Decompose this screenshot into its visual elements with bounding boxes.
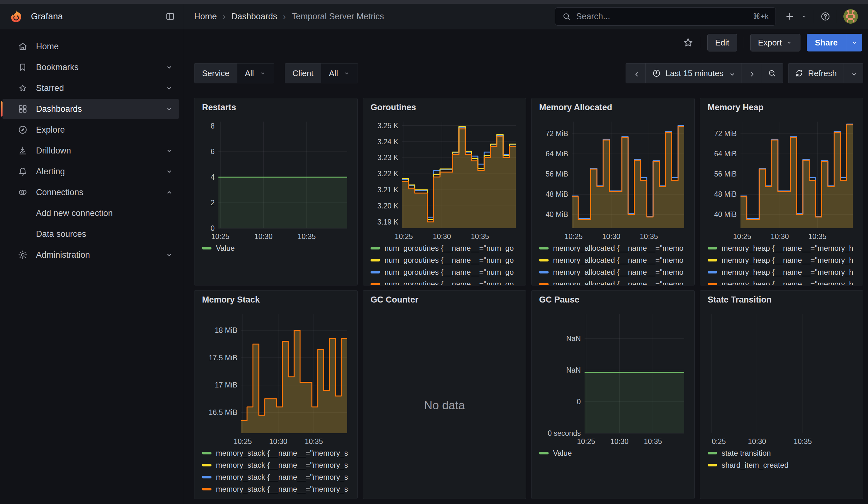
legend-item[interactable]: memory_heap {__name__="memory_h bbox=[707, 266, 855, 278]
chevron-down-icon[interactable] bbox=[165, 104, 174, 113]
sidebar-item-home[interactable]: Home bbox=[2, 36, 179, 56]
search-box[interactable]: ⌘+k bbox=[555, 7, 776, 25]
legend-item[interactable]: Value bbox=[539, 447, 687, 459]
svg-text:18 MiB: 18 MiB bbox=[215, 326, 237, 335]
service-filter-selected: All bbox=[245, 69, 254, 78]
breadcrumb: Home › Dashboards › Temporal Server Metr… bbox=[194, 11, 384, 22]
legend-item[interactable]: num_goroutines {__name__="num_go bbox=[371, 278, 518, 286]
svg-text:17 MiB: 17 MiB bbox=[215, 381, 237, 389]
panel-title[interactable]: GC Pause bbox=[539, 295, 687, 309]
legend-item[interactable]: memory_stack {__name__="memory_s bbox=[202, 459, 350, 471]
legend-item[interactable]: memory_heap {__name__="memory_h bbox=[707, 278, 855, 286]
new-item-chevron-icon[interactable] bbox=[801, 13, 807, 20]
search-input[interactable] bbox=[576, 12, 748, 21]
sidebar-item-icon bbox=[18, 125, 28, 135]
chevron-down-icon[interactable] bbox=[165, 167, 174, 176]
refresh-button[interactable]: Refresh bbox=[788, 63, 843, 83]
sidebar-item-administration[interactable]: Administration bbox=[2, 245, 179, 265]
legend-swatch bbox=[371, 259, 380, 261]
svg-text:0 seconds: 0 seconds bbox=[548, 429, 581, 438]
sidebar-item-bookmarks[interactable]: Bookmarks bbox=[2, 57, 179, 78]
share-chevron-button[interactable] bbox=[846, 34, 862, 51]
svg-text:10:35: 10:35 bbox=[471, 233, 489, 240]
svg-text:10:35: 10:35 bbox=[640, 233, 658, 240]
time-range-picker[interactable]: Last 15 minutes bbox=[645, 63, 741, 83]
legend-item[interactable]: memory_allocated {__name__="memo bbox=[539, 278, 687, 286]
avatar[interactable] bbox=[844, 9, 858, 24]
panel-chart: 3.19 K3.20 K3.21 K3.22 K3.23 K3.24 K3.25… bbox=[371, 117, 519, 242]
sidebar-item-icon bbox=[18, 146, 28, 156]
panel-legend: memory_stack {__name__="memory_smemory_s… bbox=[202, 447, 350, 495]
chevron-down-icon[interactable] bbox=[165, 250, 174, 259]
breadcrumb-dashboards[interactable]: Dashboards bbox=[231, 12, 277, 21]
legend-item[interactable]: memory_allocated {__name__="memo bbox=[539, 242, 687, 254]
time-shift-forward-button[interactable] bbox=[741, 63, 761, 83]
legend-item[interactable]: state transition bbox=[707, 447, 855, 459]
sidebar-item-dashboards[interactable]: Dashboards bbox=[2, 99, 179, 119]
sidebar-item-add-new-connection[interactable]: Add new connection bbox=[2, 203, 179, 223]
panel-title[interactable]: GC Counter bbox=[371, 295, 518, 309]
edit-button[interactable]: Edit bbox=[707, 34, 737, 51]
service-filter-value[interactable]: All bbox=[237, 63, 273, 83]
svg-text:72 MiB: 72 MiB bbox=[545, 130, 568, 138]
chevron-down-icon[interactable] bbox=[165, 63, 174, 72]
panel-title[interactable]: Goroutines bbox=[371, 103, 518, 117]
export-button[interactable]: Export bbox=[750, 34, 800, 51]
sidebar-item-starred[interactable]: Starred bbox=[2, 78, 179, 98]
sidebar-item-icon bbox=[18, 62, 28, 72]
panel-title[interactable]: Restarts bbox=[202, 103, 350, 117]
chevron-down-icon[interactable] bbox=[165, 84, 174, 93]
favorite-star-icon[interactable] bbox=[682, 36, 694, 49]
svg-text:10:30: 10:30 bbox=[610, 438, 629, 445]
sidebar-item-explore[interactable]: Explore bbox=[2, 120, 179, 140]
legend-item[interactable]: memory_stack {__name__="memory_s bbox=[202, 447, 350, 459]
sidebar-item-connections[interactable]: Connections bbox=[2, 182, 179, 203]
legend-item[interactable]: num_goroutines {__name__="num_go bbox=[371, 266, 518, 278]
panel-title[interactable]: Memory Heap bbox=[707, 103, 855, 117]
legend-swatch bbox=[202, 464, 211, 466]
svg-text:10:30: 10:30 bbox=[255, 233, 273, 240]
refresh-interval-button[interactable] bbox=[843, 63, 863, 83]
help-icon[interactable] bbox=[820, 11, 830, 21]
legend-item[interactable]: memory_heap {__name__="memory_h bbox=[707, 242, 855, 254]
time-shift-back-button[interactable] bbox=[626, 63, 645, 83]
svg-text:40 MiB: 40 MiB bbox=[545, 210, 568, 218]
new-item-button[interactable] bbox=[785, 11, 795, 21]
svg-text:56 MiB: 56 MiB bbox=[714, 170, 737, 178]
legend-item[interactable]: memory_allocated {__name__="memo bbox=[539, 266, 687, 278]
share-button[interactable]: Share bbox=[807, 34, 846, 51]
sidebar-item-label: Administration bbox=[36, 250, 90, 260]
breadcrumb-separator-icon: › bbox=[223, 11, 226, 22]
svg-text:10:30: 10:30 bbox=[771, 233, 789, 240]
legend-item[interactable]: memory_stack {__name__="memory_s bbox=[202, 483, 350, 495]
dashboard-panels: Restarts 0246810:2510:3010:35 Value Goro… bbox=[194, 98, 863, 499]
legend-item[interactable]: memory_heap {__name__="memory_h bbox=[707, 254, 855, 266]
legend-swatch bbox=[539, 283, 549, 286]
panel-title[interactable]: Memory Stack bbox=[202, 295, 350, 309]
svg-text:10:25: 10:25 bbox=[577, 438, 595, 445]
legend-label: memory_heap {__name__="memory_h bbox=[722, 256, 853, 265]
search-shortcut-hint: ⌘+k bbox=[753, 12, 768, 21]
svg-text:10:25: 10:25 bbox=[565, 233, 583, 240]
breadcrumb-home[interactable]: Home bbox=[194, 12, 217, 21]
legend-item[interactable]: Value bbox=[202, 242, 350, 254]
sidebar-toggle-icon[interactable] bbox=[165, 11, 175, 22]
sidebar-item-data-sources[interactable]: Data sources bbox=[2, 224, 179, 244]
panel-chart: 40 MiB48 MiB56 MiB64 MiB72 MiB10:2510:30… bbox=[707, 117, 856, 242]
panel-title[interactable]: State Transition bbox=[707, 295, 855, 309]
chevron-down-icon[interactable] bbox=[165, 146, 174, 155]
sidebar-item-drilldown[interactable]: Drilldown bbox=[2, 141, 179, 161]
panel-legend: Value bbox=[539, 447, 687, 459]
legend-item[interactable]: num_goroutines {__name__="num_go bbox=[371, 242, 518, 254]
legend-item[interactable]: num_goroutines {__name__="num_go bbox=[371, 254, 518, 266]
legend-item[interactable]: memory_allocated {__name__="memo bbox=[539, 254, 687, 266]
zoom-out-button[interactable] bbox=[761, 63, 783, 83]
sidebar-item-label: Add new connection bbox=[36, 208, 113, 218]
panel-title[interactable]: Memory Allocated bbox=[539, 103, 687, 117]
client-filter-value[interactable]: All bbox=[321, 63, 358, 83]
chevron-up-icon[interactable] bbox=[165, 188, 174, 197]
sidebar-item-label: Home bbox=[36, 42, 59, 51]
sidebar-item-alerting[interactable]: Alerting bbox=[2, 161, 179, 182]
legend-item[interactable]: shard_item_created bbox=[707, 459, 855, 471]
legend-item[interactable]: memory_stack {__name__="memory_s bbox=[202, 471, 350, 483]
